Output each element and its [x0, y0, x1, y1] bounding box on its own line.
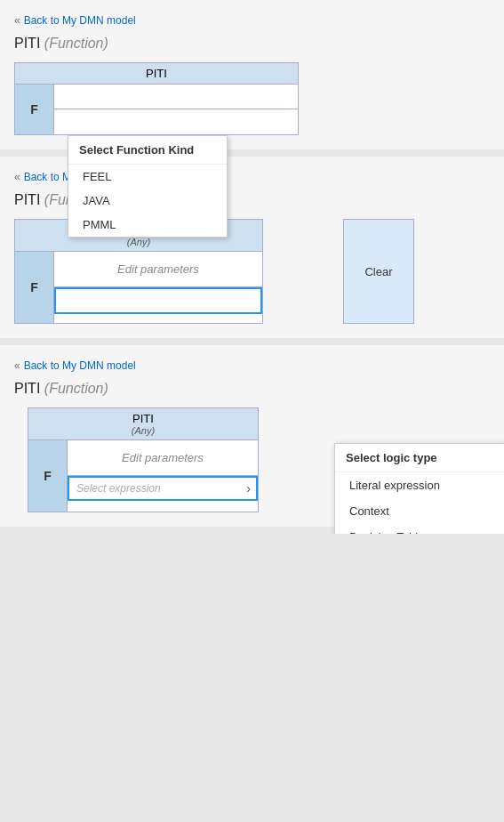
- select-expr-row-3: Select expression ›: [68, 476, 258, 501]
- dmn-left-col-1: F: [15, 85, 54, 134]
- edit-params-row-3[interactable]: Edit parameters: [68, 440, 258, 476]
- any-label-2: (Any): [22, 237, 255, 247]
- panel3-table-container: PITI (Any) F Edit parameters Select expr…: [14, 407, 504, 512]
- dmn-table-header-1: PITI: [15, 63, 298, 85]
- dropdown-item-decision-table[interactable]: Decision Table: [335, 524, 504, 534]
- dmn-table-body-1: F: [15, 85, 298, 134]
- dmn-container-1: PITI F Select Function Kind FEEL JAVA PM…: [14, 62, 299, 135]
- dropdown-item-pmml[interactable]: PMML: [68, 213, 227, 237]
- page-title-3: PITI (Function): [14, 381, 490, 397]
- clear-button[interactable]: Clear: [343, 219, 414, 324]
- back-link-3[interactable]: Back to My DMN model: [14, 359, 490, 372]
- dmn-right-col-3: Edit parameters Select expression ›: [68, 440, 258, 512]
- function-kind-dropdown: Select Function Kind FEEL JAVA PMML: [68, 135, 228, 238]
- page-title-1: PITI (Function): [14, 36, 490, 52]
- dmn-table-body-2: F Edit parameters: [15, 252, 262, 323]
- page-subtitle-1: (Function): [44, 36, 108, 51]
- empty-row-2: [54, 287, 262, 314]
- dmn-table-header-3: PITI (Any): [28, 408, 258, 440]
- dropdown-item-java[interactable]: JAVA: [68, 189, 227, 213]
- select-expression-text[interactable]: Select expression: [69, 479, 241, 498]
- any-label-3: (Any): [36, 425, 251, 436]
- chevron-right-icon: ›: [241, 478, 256, 499]
- back-link-1[interactable]: Back to My DMN model: [14, 14, 490, 27]
- dropdown-header-1: Select Function Kind: [68, 136, 227, 165]
- dmn-row-1b: [54, 109, 298, 134]
- dmn-left-col-2: F: [15, 252, 54, 323]
- dmn-table-3: PITI (Any) F Edit parameters Select expr…: [28, 407, 259, 512]
- dropdown-item-context[interactable]: Context: [335, 498, 504, 524]
- panel-3: Back to My DMN model PITI (Function) PIT…: [0, 345, 504, 527]
- page-subtitle-3: (Function): [44, 381, 108, 396]
- dmn-row-1a: [54, 85, 298, 109]
- select-logic-header: Select logic type: [335, 444, 504, 472]
- dmn-left-col-3: F: [28, 440, 68, 512]
- dmn-right-col-2: Edit parameters: [54, 252, 262, 323]
- dmn-right-col-1: [54, 85, 298, 134]
- dmn-table-body-3: F Edit parameters Select expression ›: [28, 440, 258, 512]
- panel-1: Back to My DMN model PITI (Function) PIT…: [0, 0, 504, 149]
- dropdown-item-literal[interactable]: Literal expression: [335, 472, 504, 498]
- dropdown-item-feel[interactable]: FEEL: [68, 165, 227, 189]
- edit-params-row-2[interactable]: Edit parameters: [54, 252, 262, 287]
- select-logic-dropdown: Select logic type Literal expression Con…: [334, 443, 504, 534]
- dmn-table-1: PITI F: [14, 62, 299, 135]
